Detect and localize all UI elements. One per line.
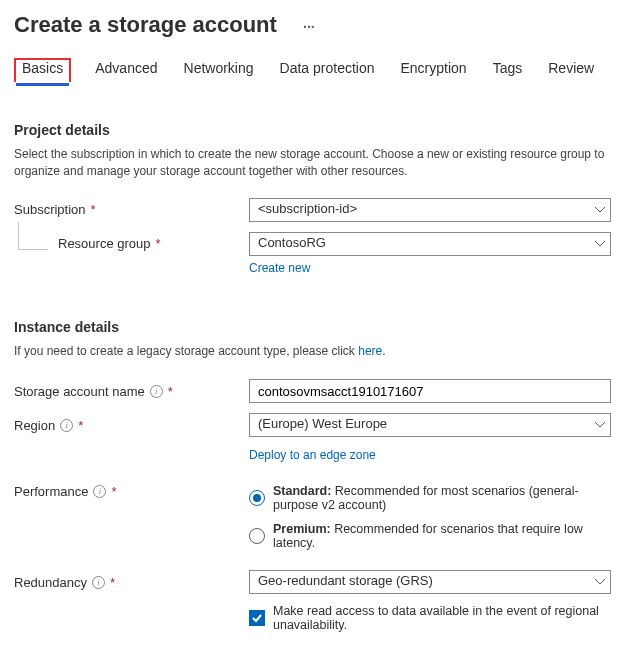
performance-label: Performance i *	[14, 484, 249, 499]
storage-account-name-input[interactable]	[249, 379, 611, 403]
subscription-label: Subscription *	[14, 202, 249, 217]
info-icon[interactable]: i	[92, 576, 105, 589]
instance-details-heading: Instance details	[14, 319, 611, 335]
resource-group-select[interactable]: ContosoRG	[249, 232, 611, 256]
redundancy-label: Redundancy i *	[14, 575, 249, 590]
indent-connector	[18, 222, 48, 250]
info-icon[interactable]: i	[150, 385, 163, 398]
required-marker: *	[78, 418, 83, 433]
checkbox-checked-icon	[249, 610, 265, 626]
more-menu-icon[interactable]: ···	[303, 19, 315, 35]
required-marker: *	[168, 384, 173, 399]
info-icon[interactable]: i	[60, 419, 73, 432]
subscription-select[interactable]: <subscription-id>	[249, 198, 611, 222]
required-marker: *	[111, 484, 116, 499]
tab-strip: Basics Advanced Networking Data protecti…	[14, 58, 611, 82]
page-title-text: Create a storage account	[14, 12, 277, 37]
legacy-note: If you need to create a legacy storage a…	[14, 343, 611, 360]
legacy-here-link[interactable]: here	[358, 344, 382, 358]
region-label: Region i *	[14, 418, 249, 433]
tab-data-protection[interactable]: Data protection	[278, 58, 377, 82]
performance-standard-radio[interactable]: Standard: Recommended for most scenarios…	[249, 484, 611, 512]
tab-basics[interactable]: Basics	[14, 58, 71, 82]
project-details-heading: Project details	[14, 122, 611, 138]
info-icon[interactable]: i	[93, 485, 106, 498]
required-marker: *	[156, 236, 161, 251]
read-access-checkbox[interactable]: Make read access to data available in th…	[249, 604, 611, 632]
project-details-desc: Select the subscription in which to crea…	[14, 146, 611, 180]
performance-premium-radio[interactable]: Premium: Recommended for scenarios that …	[249, 522, 611, 550]
tab-networking[interactable]: Networking	[182, 58, 256, 82]
page-title: Create a storage account ···	[14, 12, 611, 38]
radio-checked-icon	[249, 490, 265, 506]
resource-group-label: Resource group *	[58, 236, 249, 251]
region-select[interactable]: (Europe) West Europe	[249, 413, 611, 437]
required-marker: *	[91, 202, 96, 217]
redundancy-select[interactable]: Geo-redundant storage (GRS)	[249, 570, 611, 594]
create-new-link[interactable]: Create new	[249, 261, 310, 275]
storage-account-name-label: Storage account name i *	[14, 384, 249, 399]
tab-review[interactable]: Review	[546, 58, 596, 82]
tab-encryption[interactable]: Encryption	[399, 58, 469, 82]
tab-tags[interactable]: Tags	[491, 58, 525, 82]
tab-advanced[interactable]: Advanced	[93, 58, 159, 82]
deploy-edge-zone-link[interactable]: Deploy to an edge zone	[249, 448, 376, 462]
radio-unchecked-icon	[249, 528, 265, 544]
required-marker: *	[110, 575, 115, 590]
